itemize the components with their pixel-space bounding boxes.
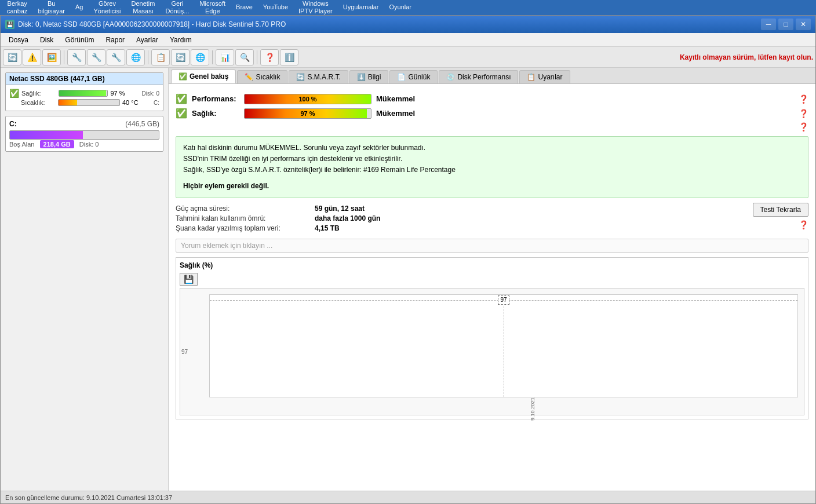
toolbar-tool3[interactable]: 🔧: [107, 49, 125, 65]
temp-label: Sıcaklık:: [21, 99, 56, 106]
close-button[interactable]: ✕: [796, 19, 811, 30]
chart-title: Sağlık (%): [180, 261, 804, 269]
disk-item: Netac SSD 480GB (447,1 GB) ✅ Sağlık: 97 …: [5, 72, 163, 111]
health-help-icon[interactable]: ❓: [799, 109, 808, 118]
power-on-label: Güç açma süresi:: [176, 204, 315, 213]
menu-ayarlar[interactable]: Ayarlar: [130, 35, 164, 45]
toolbar-sep3: [212, 50, 213, 64]
status-text: En son güncelleme durumu: 9.10.2021 Cuma…: [5, 494, 172, 501]
toolbar-refresh2[interactable]: 🔄: [171, 49, 190, 65]
remaining-life-label: Tahmini kalan kullanım ömrü:: [176, 214, 315, 222]
window-controls: ─ □ ✕: [761, 19, 811, 30]
performance-row: ✅ Performans: 100 % Mükemmel ❓: [176, 93, 808, 104]
taskbar-recycle[interactable]: GeriDönüş...: [161, 0, 194, 16]
tab-gunluk[interactable]: 📄 Günlük: [389, 70, 438, 83]
title-bar: 💾 Disk: 0, Netac SSD 480GB [AA0000062300…: [1, 16, 815, 33]
chart-toolbar: 💾: [180, 273, 804, 286]
chart-y-label: 97: [181, 348, 188, 355]
health-disk: Disk: 0: [141, 90, 159, 97]
window-title: Disk: 0, Netac SSD 480GB [AA000006230000…: [18, 20, 761, 28]
taskbar-youtube[interactable]: YouTube: [258, 2, 293, 12]
written-row: Şuana kadar yazılmış toplam veri: 4,15 T…: [176, 224, 753, 232]
performance-help-icon[interactable]: ❓: [799, 94, 808, 104]
menu-dosya[interactable]: Dosya: [3, 35, 34, 45]
toolbar-warn[interactable]: ⚠️: [23, 49, 41, 65]
chart-x-label: 9.10.2021: [530, 397, 536, 421]
volume-item: C: (446,5 GB) Boş Alan 218,4 GB Disk: 0: [5, 116, 163, 152]
maximize-button[interactable]: □: [778, 19, 793, 30]
comment-field[interactable]: Yorum eklemek için tıklayın ...: [176, 239, 808, 253]
stats-help-icon[interactable]: ❓: [799, 220, 808, 229]
retest-button[interactable]: Testi Tekrarla: [753, 203, 808, 217]
tab-uyarilar-label: Uyarılar: [538, 73, 562, 81]
info-text-bold: Hiçbir eylem gerekli değil.: [183, 181, 801, 192]
menu-rapor[interactable]: Rapor: [100, 35, 130, 45]
taskbar-task[interactable]: GörevYöneticisi: [89, 0, 125, 16]
toolbar-tool2[interactable]: 🔧: [87, 49, 105, 65]
written-label: Şuana kadar yazılmış toplam veri:: [176, 224, 315, 232]
health-label: Sağlık:: [21, 90, 56, 97]
health-check-icon: ✅: [176, 108, 187, 119]
tab-bilgi[interactable]: ⬇️ Bilgi: [349, 70, 389, 83]
tab-gunluk-icon: 📄: [397, 73, 406, 81]
app-icon: 💾: [5, 20, 14, 29]
menu-yardim[interactable]: Yardım: [164, 35, 198, 45]
toolbar-clipboard[interactable]: 📋: [151, 49, 170, 65]
menu-disk[interactable]: Disk: [34, 35, 59, 45]
taskbar-apps[interactable]: Uygulamalar: [338, 2, 384, 12]
health-value: 97 %: [110, 90, 139, 97]
temp-value: 40 °C: [122, 99, 151, 106]
chart-save-button[interactable]: 💾: [180, 273, 198, 286]
taskbar-computer[interactable]: Bubilgisayar: [33, 0, 69, 16]
taskbar-ag[interactable]: Ag: [71, 2, 88, 12]
tab-smart-icon: 🔄: [296, 73, 305, 81]
taskbar-control[interactable]: DenetimMasası: [127, 0, 160, 16]
left-panel: Netac SSD 480GB (447,1 GB) ✅ Sağlık: 97 …: [1, 68, 169, 491]
tab-sicaklik[interactable]: ✏️ Sıcaklık: [237, 70, 287, 83]
toolbar-globe[interactable]: 🌐: [126, 49, 145, 65]
toolbar: 🔄 ⚠️ 🖼️ 🔧 🔧 🔧 🌐 📋 🔄 🌐 📊 🔍 ❓ ℹ️ Kayıtlı o…: [1, 47, 815, 68]
taskbar-brave[interactable]: Brave: [231, 2, 257, 12]
health-bar: [59, 90, 106, 96]
taskbar-iptv[interactable]: WindowsIPTV Player: [294, 0, 337, 16]
toolbar-tool1[interactable]: 🔧: [67, 49, 86, 65]
info-help-icon[interactable]: ❓: [799, 122, 808, 132]
volume-size: (446,5 GB): [125, 120, 159, 128]
volume-free-label: Boş Alan: [9, 141, 34, 148]
disk-header: Netac SSD 480GB (447,1 GB): [6, 73, 163, 85]
stats-section: Güç açma süresi: 59 gün, 12 saat Tahmini…: [176, 203, 808, 234]
tab-uyarilar[interactable]: 📋 Uyarılar: [519, 70, 570, 83]
health-bar-text: 97 %: [245, 109, 371, 118]
toolbar-refresh[interactable]: 🔄: [3, 49, 21, 65]
performance-check-icon: ✅: [176, 93, 187, 104]
volume-header: C: (446,5 GB): [9, 120, 159, 128]
main-window: 💾 Disk: 0, Netac SSD 480GB [AA0000062300…: [0, 15, 816, 504]
tab-bilgi-icon: ⬇️: [357, 73, 366, 81]
performance-status: Mükemmel: [376, 94, 415, 103]
taskbar-edge[interactable]: MicrosoftEdge: [195, 0, 230, 16]
health-metric-status: Mükemmel: [376, 109, 415, 118]
toolbar-globe2[interactable]: 🌐: [191, 49, 209, 65]
toolbar-search[interactable]: 🔍: [235, 49, 254, 65]
menu-gorunum[interactable]: Görünüm: [59, 35, 100, 45]
tab-diskperf[interactable]: 💿 Disk Performansı: [439, 70, 518, 83]
tab-content: ✅ Performans: 100 % Mükemmel ❓ ✅ Sağlık:: [169, 84, 815, 491]
content-area: Netac SSD 480GB (447,1 GB) ✅ Sağlık: 97 …: [1, 68, 815, 491]
volume-label: C:: [9, 120, 17, 128]
toolbar-info[interactable]: ℹ️: [280, 49, 298, 65]
taskbar-games[interactable]: Oyunlar: [384, 2, 416, 12]
tab-gunluk-label: Günlük: [408, 73, 430, 81]
toolbar-img1[interactable]: 🖼️: [42, 49, 61, 65]
minimize-button[interactable]: ─: [761, 19, 776, 30]
info-text-2: SSD'nin TRIM özelliği en iyi performans …: [183, 154, 801, 165]
toolbar-help[interactable]: ❓: [260, 49, 279, 65]
toolbar-chart[interactable]: 📊: [216, 49, 234, 65]
tab-genel[interactable]: ✅ Genel bakış: [171, 70, 236, 83]
toolbar-sep4: [257, 50, 257, 64]
taskbar-berkay[interactable]: Berkaycanbaz: [2, 0, 32, 16]
menu-bar: Dosya Disk Görünüm Rapor Ayarlar Yardım: [1, 33, 815, 47]
tab-bilgi-label: Bilgi: [368, 73, 381, 81]
stats-right: Testi Tekrarla ❓: [753, 203, 808, 229]
tab-smart[interactable]: 🔄 S.M.A.R.T.: [289, 70, 348, 83]
tab-diskperf-label: Disk Performansı: [457, 73, 511, 81]
